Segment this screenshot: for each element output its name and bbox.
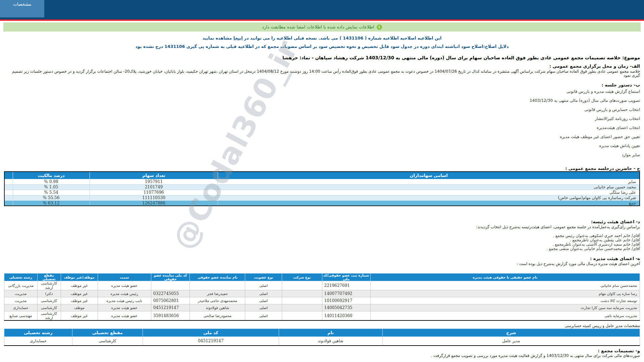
section-e-title: ه- اعضای هیئت مدیره : [4,256,640,261]
degree: کارشناسی ارشد [37,311,61,321]
registration-code: 2219627691 [322,281,370,290]
registration-code: 14011420360 [322,311,370,321]
shareholder-name: محمد حسین سام خانیانی [218,184,640,190]
previous-notice-link[interactable]: اینجا [233,36,243,41]
position: رئیس هیئت مدیره [98,290,151,297]
col-name: نام [279,329,382,337]
representative-name: شاهین فولادوند [190,304,245,311]
representative-code: 0075062801 [151,297,190,304]
total-label: جمع [218,200,640,206]
field: حسابداری [4,304,38,311]
shareholder-name: سایر [218,179,640,184]
list-item: آقای/ خانم سعید اردشیری آلاشتی به‌عنوان … [4,242,640,247]
ownership-percent: % 1.05 [13,184,90,190]
table-row: مدیریت سرمایه سه سین کارا تجارت 14005042… [4,304,640,311]
table-row: رسا سازه پی کاوان مهام 14007707492 اصلی … [4,290,640,297]
col-stub [4,172,13,179]
stub-cell [4,179,13,184]
section-a-title: الف- زمان و محل برگزاری مجمع عمومی : [4,64,640,69]
membership-type: اصلی [245,281,282,290]
member-name: مدیریت سرمایه نامی [370,311,640,321]
agenda-item: سایر موارد [4,153,640,157]
col-position: سمت [98,274,151,281]
col-representative-code: کد ملی نماینده عضو حقوقی [151,274,190,281]
representative-code: 0322745055 [151,290,190,297]
representative-name: محمدمهدی حاجی ملاحیدر [190,297,245,304]
agenda-item: استماع گزارش هیئت مدیره و بازرس قانونی [4,89,640,94]
duty: غیر موظف [61,290,98,297]
shareholder-name: علی رضا سلگی [218,190,640,195]
duty: غیر موظف [61,297,98,304]
member-name: رسا سازه پی کاوان مهام [370,290,640,297]
position: نایب رئیس هیئت مدیره [98,297,151,304]
representative-name: حمیدرضا فجر [190,290,245,297]
agenda-item: تعیین پاداش هیئت مدیره [4,144,640,148]
subject-line: موضوع: خلاصه تصمیمات مجمع عمومی عادی بطو… [4,55,640,60]
ceo-national-code: 0451219147 [143,337,279,346]
agenda-item: تصویب صورت‌های مالی سال (دوره) مالی منته… [4,99,640,103]
list-item: آقای/ خانم محمدحسن سام خانیانی به‌عنوان … [4,247,640,251]
agenda-item: انتخاب روزنامة کثیرالانتشار [4,117,640,121]
shareholder-name: شرکت رساسازه پی کاوان مهام(سهامی خاص) [218,195,640,200]
company-type [282,297,322,304]
subject-label: موضوع: [622,55,640,60]
table-row: مدیریت سرمایه نامی 14011420360 اصلی محمو… [4,311,640,321]
agenda-list: استماع گزارش هیئت مدیره و بازرس قانونی ت… [4,89,640,157]
board-members-table: نام عضو حقیقی یا حقوقی هیئت مدیره شمارة … [4,273,640,321]
col-degree: مقطع تحصیلی [72,329,143,337]
field: مهندسی صنایع [4,311,38,321]
degree: کارشناسی [37,304,61,311]
degree: دکترا [37,290,61,297]
degree: کارشناسی [37,297,61,304]
info-icon: i [377,24,382,30]
col-registration-code: شمارة ثبت عضو حقوقی/کد ملی [322,274,370,281]
amendment-reason-line: دلایل اصلاح:اصلاح سود انباشته ابتدای دور… [0,44,644,49]
ceo-name: شاهین فولادوند [279,337,382,346]
col-member-name: نام عضو حقیقی یا حقوقی هیئت مدیره [370,274,640,281]
list-item: آقای/ خانم احمد خیری اشکوهی به‌عنوان رئی… [4,234,640,238]
section-f-line1: صورت‌های مالی شرکت برای سال منتهی به 140… [4,354,640,358]
table-row: محمدحسن سام خانیانی 2219627691 اصلی عضو … [4,281,640,290]
col-shareholder-names: اسامی سهامداران [218,172,640,179]
tab-specifications[interactable]: مشخصات [0,0,44,17]
total-row: جمع 126247886 % 63.12 [4,200,640,206]
ceo-description: مدیر عامل [382,337,640,346]
attendees-table: اسامی سهامداران تعداد سهام درصد مالکیت س… [4,171,640,206]
representative-code [151,281,190,290]
registration-code: 10100692917 [322,297,370,304]
ownership-percent: % 0.98 [13,179,90,184]
total-percent: % 63.12 [13,200,90,206]
membership-type: اصلی [245,311,282,321]
stub-cell [4,200,13,206]
notice-before-text: این اطلاعیه اصلاحیه اطلاعیه شماره ( 1431… [243,36,441,41]
list-item: آقای/ خانم علی یقطین به‌عنوان ناظرمجمع . [4,238,640,242]
amendment-notice-line: این اطلاعیه اصلاحیه اطلاعیه شماره ( 1431… [0,36,644,40]
membership-type: اصلی [245,304,282,311]
table-row: محمد حسین سام خانیانی 2101749 % 1.05 [4,184,640,190]
share-count: 1957911 [90,179,218,184]
field: مدیریت [4,297,38,304]
membership-type: اصلی [245,290,282,297]
col-company-type: نوع شرکت [282,274,322,281]
ownership-percent: % 5.54 [13,190,90,195]
col-share-count: تعداد سهام [90,172,218,179]
position: عضو هیئت مدیره [98,311,151,321]
section-e-intro: آخرین اعضای هیئت مدیره درسال مالی مورد گ… [4,262,640,266]
table-row: توسعه تجارت کالا دشت 10100692917 اصلی مح… [4,297,640,304]
col-field: رشته تحصیلی [4,274,38,281]
col-duty: موظف/غیر موظف [61,274,98,281]
ceo-field: حسابداری [4,337,72,346]
top-header-bar: مشخصات [0,0,644,21]
col-national-code: کد ملی [143,329,279,337]
board-header-row: نام عضو حقیقی یا حقوقی هیئت مدیره شمارة … [4,274,640,281]
field: مدیریت [4,290,38,297]
notice-after-text: مشاهده نمایید [203,36,233,41]
duty: غیر موظف [61,311,98,321]
col-membership-type: نوع عضویت [245,274,282,281]
section-f-title: و- تصمیمات مجمع : [4,349,640,353]
attendees-header-row: اسامی سهامداران تعداد سهام درصد مالکیت [4,172,640,179]
col-description: شرح [382,329,640,337]
ceo-table: شرح نام کد ملی مقطع تحصیلی رشته تحصیلی م… [4,328,640,346]
table-row: سایر 1957911 % 0.98 [4,179,640,184]
total-shares: 126247886 [90,200,218,206]
